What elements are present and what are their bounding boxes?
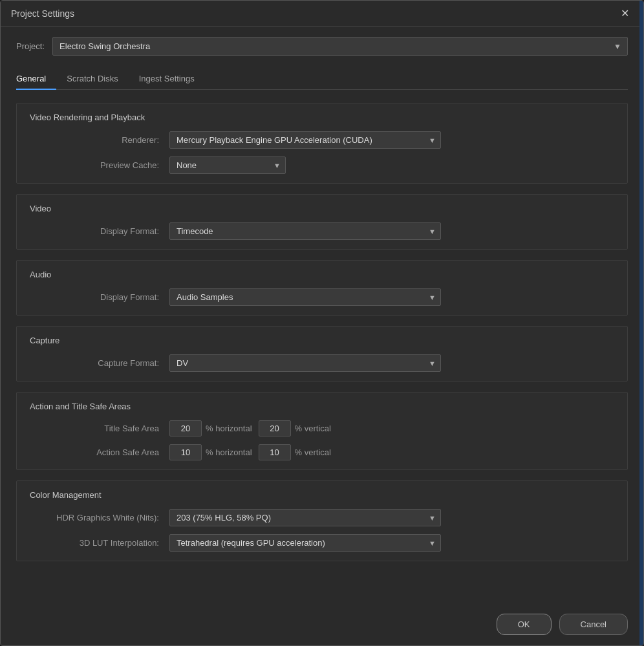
- project-row: Project: Electro Swing Orchestra ▼: [16, 37, 628, 56]
- section-color-management: Color Management HDR Graphics White (Nit…: [16, 480, 628, 561]
- tabs-container: General Scratch Disks Ingest Settings: [16, 69, 628, 90]
- project-select-wrapper: Electro Swing Orchestra ▼: [52, 37, 628, 56]
- title-safe-h-unit: % horizontal: [206, 424, 252, 433]
- title-safe-label: Title Safe Area: [30, 424, 159, 433]
- tab-scratch-disks[interactable]: Scratch Disks: [56, 69, 128, 90]
- tab-general[interactable]: General: [16, 69, 56, 90]
- capture-format-wrapper: DV ▼: [169, 354, 441, 372]
- section-video: Video Display Format: Timecode ▼: [16, 194, 628, 250]
- right-edge-accent: [639, 1, 643, 645]
- safe-areas-title: Action and Title Safe Areas: [30, 402, 614, 411]
- audio-title: Audio: [30, 270, 614, 279]
- action-safe-label: Action Safe Area: [30, 447, 159, 457]
- lut-select[interactable]: Tetrahedral (requires GPU acceleration): [169, 534, 441, 552]
- title-safe-row: Title Safe Area % horizontal % vertical: [30, 420, 614, 436]
- renderer-label: Renderer:: [30, 135, 159, 145]
- lut-select-wrapper: Tetrahedral (requires GPU acceleration) …: [169, 534, 441, 552]
- tab-ingest-settings[interactable]: Ingest Settings: [129, 69, 205, 90]
- audio-display-format-select[interactable]: Audio Samples: [169, 288, 441, 306]
- color-management-title: Color Management: [30, 490, 614, 500]
- capture-format-select[interactable]: DV: [169, 354, 441, 372]
- preview-cache-select[interactable]: None: [169, 156, 286, 174]
- dialog-body: Project: Electro Swing Orchestra ▼ Gener…: [1, 27, 643, 603]
- hdr-row: HDR Graphics White (Nits): 203 (75% HLG,…: [30, 509, 614, 526]
- action-safe-h-input[interactable]: [169, 444, 202, 460]
- section-audio: Audio Display Format: Audio Samples ▼: [16, 260, 628, 316]
- title-safe-v-input[interactable]: [259, 420, 291, 436]
- cancel-button[interactable]: Cancel: [559, 614, 628, 635]
- video-display-format-select[interactable]: Timecode: [169, 222, 441, 240]
- section-capture: Capture Capture Format: DV ▼: [16, 326, 628, 382]
- project-settings-dialog: Project Settings ✕ Project: Electro Swin…: [0, 0, 644, 646]
- video-display-format-wrapper: Timecode ▼: [169, 222, 441, 240]
- capture-title: Capture: [30, 336, 614, 345]
- audio-display-format-wrapper: Audio Samples ▼: [169, 288, 441, 306]
- action-safe-v-unit: % vertical: [295, 447, 331, 457]
- hdr-select-wrapper: 203 (75% HLG, 58% PQ) ▼: [169, 509, 441, 526]
- dialog-footer: OK Cancel: [1, 603, 643, 645]
- capture-format-label: Capture Format:: [30, 358, 159, 368]
- renderer-select-wrapper: Mercury Playback Engine GPU Acceleration…: [169, 131, 441, 149]
- preview-cache-label: Preview Cache:: [30, 160, 159, 170]
- hdr-label: HDR Graphics White (Nits):: [30, 513, 159, 522]
- preview-cache-select-wrapper: None ▼: [169, 156, 286, 174]
- dialog-title: Project Settings: [11, 8, 74, 19]
- hdr-select[interactable]: 203 (75% HLG, 58% PQ): [169, 509, 441, 526]
- lut-label: 3D LUT Interpolation:: [30, 538, 159, 548]
- title-safe-v-unit: % vertical: [295, 424, 331, 433]
- title-bar: Project Settings ✕: [1, 1, 643, 27]
- video-display-format-label: Display Format:: [30, 226, 159, 236]
- title-safe-h-input[interactable]: [169, 420, 202, 436]
- action-safe-v-input[interactable]: [259, 444, 291, 460]
- preview-cache-row: Preview Cache: None ▼: [30, 156, 614, 174]
- project-label: Project:: [16, 41, 45, 51]
- project-select[interactable]: Electro Swing Orchestra: [52, 37, 628, 56]
- capture-format-row: Capture Format: DV ▼: [30, 354, 614, 372]
- video-display-format-row: Display Format: Timecode ▼: [30, 222, 614, 240]
- close-button[interactable]: ✕: [617, 7, 633, 20]
- ok-button[interactable]: OK: [497, 614, 552, 635]
- video-rendering-title: Video Rendering and Playback: [30, 113, 614, 122]
- video-title: Video: [30, 204, 614, 213]
- renderer-row: Renderer: Mercury Playback Engine GPU Ac…: [30, 131, 614, 149]
- action-safe-row: Action Safe Area % horizontal % vertical: [30, 444, 614, 460]
- renderer-select[interactable]: Mercury Playback Engine GPU Acceleration…: [169, 131, 441, 149]
- audio-display-format-row: Display Format: Audio Samples ▼: [30, 288, 614, 306]
- lut-row: 3D LUT Interpolation: Tetrahedral (requi…: [30, 534, 614, 552]
- action-safe-h-unit: % horizontal: [206, 447, 252, 457]
- section-safe-areas: Action and Title Safe Areas Title Safe A…: [16, 392, 628, 470]
- audio-display-format-label: Display Format:: [30, 292, 159, 302]
- section-video-rendering: Video Rendering and Playback Renderer: M…: [16, 103, 628, 184]
